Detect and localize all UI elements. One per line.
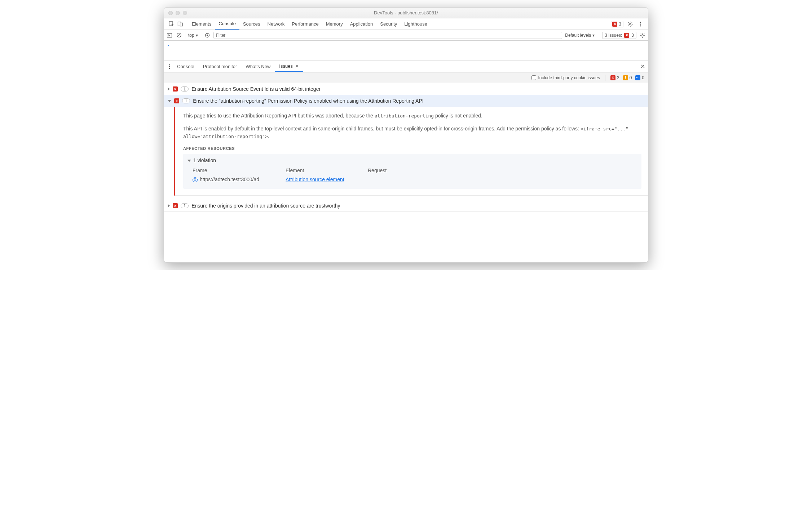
clear-console-icon[interactable] xyxy=(176,32,182,39)
svg-point-5 xyxy=(640,23,641,24)
request-cell xyxy=(368,176,440,184)
context-selector-label: top xyxy=(188,33,194,38)
inspect-element-icon[interactable] xyxy=(168,21,175,27)
more-menu-icon[interactable] xyxy=(637,21,644,27)
collapse-arrow-icon xyxy=(168,100,171,102)
svg-rect-2 xyxy=(180,23,183,26)
tab-console[interactable]: Console xyxy=(215,18,239,30)
toggle-sidebar-icon[interactable] xyxy=(166,32,173,39)
live-expression-icon[interactable] xyxy=(204,32,211,39)
console-settings-gear-icon[interactable] xyxy=(639,32,646,39)
close-drawer-icon[interactable]: ✕ xyxy=(639,63,646,70)
log-levels-label: Default levels xyxy=(565,33,591,38)
element-link[interactable]: Attribution source element xyxy=(286,176,365,184)
third-party-cookies-label: Include third-party cookie issues xyxy=(538,75,600,80)
svg-point-3 xyxy=(630,23,631,24)
drawer-tab-issues-label: Issues xyxy=(279,63,293,69)
log-levels-selector[interactable]: Default levels ▾ xyxy=(565,33,596,38)
error-badge-icon: × xyxy=(173,203,178,208)
tab-performance[interactable]: Performance xyxy=(288,18,322,30)
frame-cell[interactable]: ⊘ https://adtech.test:3000/ad xyxy=(193,176,283,184)
issues-counter-value: 3 xyxy=(631,33,634,38)
svg-point-11 xyxy=(206,34,208,36)
svg-point-15 xyxy=(169,68,170,69)
close-tab-icon[interactable]: ✕ xyxy=(295,63,299,69)
error-badge-icon: × xyxy=(173,86,178,92)
affected-resources-box: 1 violation Frame Element Request ⊘ http… xyxy=(183,154,641,189)
drawer-tab-console[interactable]: Console xyxy=(173,61,199,72)
svg-point-6 xyxy=(640,25,641,26)
drawer-tab-whats-new[interactable]: What's New xyxy=(241,61,275,72)
settings-gear-icon[interactable] xyxy=(627,21,634,27)
affected-resources-table: Frame Element Request ⊘ https://adtech.t… xyxy=(187,167,637,184)
warning-badge-icon: ! xyxy=(623,75,628,80)
issue-row[interactable]: × 1 Ensure Attribution Source Event Id i… xyxy=(164,83,648,95)
tab-lighthouse[interactable]: Lighthouse xyxy=(401,18,431,30)
third-party-cookies-checkbox-input[interactable] xyxy=(531,75,536,80)
issue-count-pill: 1 xyxy=(181,203,189,208)
tab-elements[interactable]: Elements xyxy=(188,18,215,30)
issue-description-paragraph: This API is enabled by default in the to… xyxy=(183,125,641,141)
error-badge-icon: × xyxy=(174,98,179,103)
issues-toolbar: Include third-party cookie issues × 3 ! … xyxy=(164,72,648,83)
window-titlebar: DevTools - publisher.test:8081/ xyxy=(164,8,648,18)
svg-point-4 xyxy=(640,22,641,23)
drawer-tab-protocol-monitor[interactable]: Protocol monitor xyxy=(199,61,242,72)
drawer-tab-issues[interactable]: Issues ✕ xyxy=(275,61,303,72)
issues-error-count: 3 xyxy=(617,75,619,80)
svg-point-13 xyxy=(169,64,170,65)
expand-arrow-icon xyxy=(168,204,170,208)
issues-error-counter[interactable]: × 3 xyxy=(610,75,619,80)
window-title: DevTools - publisher.test:8081/ xyxy=(164,10,648,15)
tab-application[interactable]: Application xyxy=(347,18,377,30)
issue-title: Ensure the "attribution-reporting" Permi… xyxy=(193,98,424,104)
issue-row[interactable]: × 1 Ensure the origins provided in an at… xyxy=(164,200,648,212)
affected-resources-heading: AFFECTED RESOURCES xyxy=(183,146,641,152)
console-input-area[interactable]: › xyxy=(164,41,648,61)
violation-count-label: 1 violation xyxy=(193,157,216,165)
tab-memory[interactable]: Memory xyxy=(322,18,347,30)
issues-list: × 1 Ensure Attribution Source Event Id i… xyxy=(164,83,648,212)
collapse-arrow-icon xyxy=(187,160,191,162)
console-toolbar: top ▾ Default levels ▾ 3 Issues: × 3 xyxy=(164,30,648,41)
issues-info-count: 0 xyxy=(642,75,644,80)
issues-warning-count: 0 xyxy=(630,75,632,80)
info-badge-icon: ⋯ xyxy=(635,75,640,80)
issues-counter-label: 3 Issues: xyxy=(605,33,622,38)
issue-description-paragraph: This page tries to use the Attribution R… xyxy=(183,112,641,120)
tab-sources[interactable]: Sources xyxy=(239,18,264,30)
context-selector[interactable]: top ▾ xyxy=(188,33,198,38)
tab-security[interactable]: Security xyxy=(376,18,401,30)
table-header-request: Request xyxy=(368,167,440,176)
frame-icon: ⊘ xyxy=(193,177,198,182)
error-badge-icon: × xyxy=(624,33,629,38)
expand-arrow-icon xyxy=(168,87,170,91)
issue-row[interactable]: × 1 Ensure the "attribution-reporting" P… xyxy=(164,95,648,107)
table-header-element: Element xyxy=(286,167,365,176)
issue-count-pill: 1 xyxy=(182,98,190,103)
empty-space xyxy=(164,212,648,262)
error-badge-icon: × xyxy=(610,75,615,80)
error-badge-icon: × xyxy=(612,22,617,27)
svg-point-14 xyxy=(169,66,170,67)
table-header-frame: Frame xyxy=(193,167,283,176)
code-snippet: attribution-reporting xyxy=(375,113,434,119)
svg-line-9 xyxy=(177,34,180,37)
issues-counter-button[interactable]: 3 Issues: × 3 xyxy=(602,32,636,39)
drawer-tabbar: Console Protocol monitor What's New Issu… xyxy=(164,61,648,72)
issues-info-counter[interactable]: ⋯ 0 xyxy=(635,75,644,80)
device-toolbar-icon[interactable] xyxy=(177,21,184,27)
issue-title: Ensure Attribution Source Event Id is a … xyxy=(191,86,321,92)
top-error-indicator[interactable]: × 3 xyxy=(611,21,623,27)
console-filter-input[interactable] xyxy=(213,32,562,39)
tab-network[interactable]: Network xyxy=(264,18,288,30)
frame-url: https://adtech.test:3000/ad xyxy=(200,176,259,184)
violation-toggle-row[interactable]: 1 violation xyxy=(187,157,637,165)
issue-count-pill: 1 xyxy=(181,86,189,92)
drawer-more-menu-icon[interactable] xyxy=(166,63,173,70)
third-party-cookies-checkbox[interactable]: Include third-party cookie issues xyxy=(531,75,600,80)
devtools-window: DevTools - publisher.test:8081/ Elements… xyxy=(164,7,648,263)
issue-detail-panel: This page tries to use the Attribution R… xyxy=(174,107,648,196)
issues-warning-counter[interactable]: ! 0 xyxy=(623,75,632,80)
chevron-down-icon: ▾ xyxy=(592,33,595,38)
